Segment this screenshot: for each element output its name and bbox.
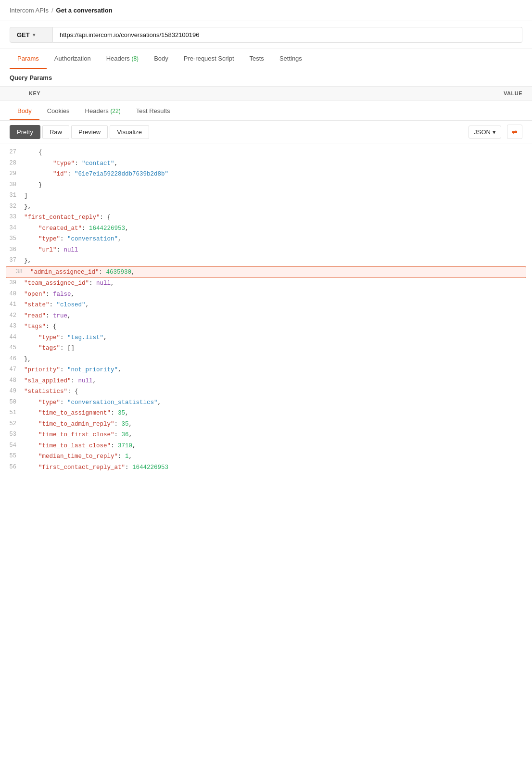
line-content: ] xyxy=(24,190,522,202)
line-number: 49 xyxy=(0,386,24,397)
line-number: 53 xyxy=(0,430,24,440)
response-tab-body[interactable]: Body xyxy=(10,102,39,120)
line-content: "time_to_admin_reply": 35, xyxy=(24,419,522,430)
line-content: "read": true, xyxy=(24,311,522,322)
tab-headers[interactable]: Headers (8) xyxy=(99,49,146,69)
json-line: 42"read": true, xyxy=(0,311,532,322)
line-number: 32 xyxy=(0,202,24,212)
tab-params[interactable]: Params xyxy=(10,49,47,69)
format-type-label: JSON xyxy=(474,128,491,136)
url-bar: GET ▾ xyxy=(0,21,532,49)
format-visualize-button[interactable]: Visualize xyxy=(110,125,149,139)
line-content: "url": null xyxy=(24,245,522,256)
line-content: "tags": [] xyxy=(24,343,522,354)
kv-header: KEY VALUE xyxy=(0,87,532,101)
json-line: 51 "time_to_assignment": 35, xyxy=(0,408,532,419)
breadcrumb-parent[interactable]: Intercom APIs xyxy=(10,7,49,14)
json-line: 38"admin_assignee_id": 4635930, xyxy=(6,266,526,278)
json-line: 45 "tags": [] xyxy=(0,343,532,354)
json-line: 33"first_contact_reply": { xyxy=(0,212,532,223)
line-number: 44 xyxy=(0,332,24,343)
line-number: 35 xyxy=(0,234,24,244)
tab-pre-request-script[interactable]: Pre-request Script xyxy=(176,49,242,69)
json-line: 39"team_assignee_id": null, xyxy=(0,278,532,289)
line-number: 46 xyxy=(0,354,24,365)
line-content: }, xyxy=(24,202,522,213)
line-number: 55 xyxy=(0,451,24,462)
line-content: }, xyxy=(24,255,522,266)
line-number: 36 xyxy=(0,245,24,255)
json-line: 35 "type": "conversation", xyxy=(0,234,532,245)
json-line: 50 "type": "conversation_statistics", xyxy=(0,397,532,408)
tab-authorization[interactable]: Authorization xyxy=(47,49,99,69)
line-content: "type": "conversation", xyxy=(24,234,522,245)
line-content: "median_time_to_reply": 1, xyxy=(24,451,522,462)
wrap-button[interactable]: ⇌ xyxy=(507,125,522,139)
format-raw-button[interactable]: Raw xyxy=(42,125,69,139)
line-number: 43 xyxy=(0,321,24,332)
line-number: 51 xyxy=(0,408,24,418)
line-content: "sla_applied": null, xyxy=(24,376,522,387)
line-number: 29 xyxy=(0,169,24,179)
tab-body[interactable]: Body xyxy=(146,49,176,69)
line-number: 38 xyxy=(6,267,30,278)
line-content: "type": "conversation_statistics", xyxy=(24,397,522,408)
method-selector[interactable]: GET ▾ xyxy=(10,27,53,43)
json-line: 41"state": "closed", xyxy=(0,300,532,311)
line-content: "time_to_last_close": 3710, xyxy=(24,441,522,452)
json-line: 48"sla_applied": null, xyxy=(0,376,532,387)
tab-tests[interactable]: Tests xyxy=(242,49,272,69)
response-tab-headers[interactable]: Headers (22) xyxy=(77,102,128,120)
json-line: 56 "first_contact_reply_at": 1644226953 xyxy=(0,462,532,473)
json-line: 43"tags": { xyxy=(0,321,532,332)
line-number: 47 xyxy=(0,365,24,375)
line-number: 50 xyxy=(0,397,24,408)
line-content: "first_contact_reply_at": 1644226953 xyxy=(24,462,522,473)
response-tab-test-results[interactable]: Test Results xyxy=(128,102,178,120)
format-bar: Pretty Raw Preview Visualize JSON ▾ ⇌ xyxy=(0,121,532,143)
breadcrumb-current: Get a conversation xyxy=(56,7,113,14)
line-content: "id": "61e7e1a59228ddb7639b2d8b" xyxy=(24,169,522,180)
response-tab-cookies[interactable]: Cookies xyxy=(39,102,77,120)
json-line: 27 { xyxy=(0,147,532,158)
line-number: 33 xyxy=(0,212,24,223)
line-number: 54 xyxy=(0,441,24,451)
line-content: "state": "closed", xyxy=(24,300,522,311)
request-tabs: Params Authorization Headers (8) Body Pr… xyxy=(0,49,532,69)
kv-value-header: VALUE xyxy=(426,90,522,96)
line-content: "team_assignee_id": null, xyxy=(24,278,522,289)
line-number: 34 xyxy=(0,223,24,234)
line-content: "priority": "not_priority", xyxy=(24,365,522,376)
line-number: 40 xyxy=(0,289,24,300)
line-number: 45 xyxy=(0,343,24,354)
breadcrumb-separator: / xyxy=(51,7,53,14)
kv-key-header: KEY xyxy=(10,90,426,96)
response-tabs: Body Cookies Headers (22) Test Results xyxy=(0,102,532,121)
url-input[interactable] xyxy=(53,27,522,43)
line-content: "admin_assignee_id": 4635930, xyxy=(30,267,516,278)
json-line: 53 "time_to_first_close": 36, xyxy=(0,430,532,441)
line-content: }, xyxy=(24,354,522,365)
json-line: 52 "time_to_admin_reply": 35, xyxy=(0,419,532,430)
json-line: 37}, xyxy=(0,255,532,266)
line-number: 56 xyxy=(0,462,24,473)
line-content: "time_to_first_close": 36, xyxy=(24,430,522,441)
method-label: GET xyxy=(17,31,30,38)
line-content: } xyxy=(24,180,522,191)
json-line: 47"priority": "not_priority", xyxy=(0,365,532,376)
format-type-selector[interactable]: JSON ▾ xyxy=(469,126,501,139)
tab-settings[interactable]: Settings xyxy=(272,49,310,69)
line-content: "created_at": 1644226953, xyxy=(24,223,522,234)
json-line: 29 "id": "61e7e1a59228ddb7639b2d8b" xyxy=(0,169,532,180)
line-content: "type": "tag.list", xyxy=(24,332,522,343)
line-content: "type": "contact", xyxy=(24,158,522,169)
json-line: 49"statistics": { xyxy=(0,386,532,397)
json-line: 30 } xyxy=(0,180,532,191)
json-line: 32}, xyxy=(0,202,532,213)
format-pretty-button[interactable]: Pretty xyxy=(10,125,40,139)
json-line: 54 "time_to_last_close": 3710, xyxy=(0,441,532,452)
json-line: 28 "type": "contact", xyxy=(0,158,532,169)
format-preview-button[interactable]: Preview xyxy=(71,125,108,139)
line-number: 30 xyxy=(0,180,24,190)
line-number: 42 xyxy=(0,311,24,321)
